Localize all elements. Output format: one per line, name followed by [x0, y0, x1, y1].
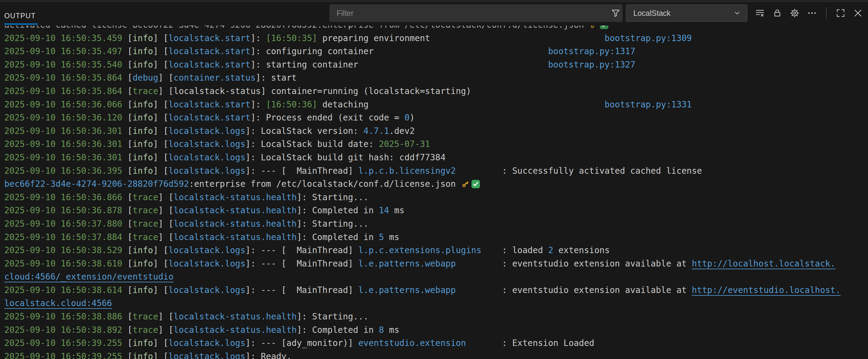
log-text: ] [ [153, 245, 168, 255]
log-line: 2025-09-10 16:50:35.540 [info] [localsta… [4, 58, 868, 71]
log-text: localstack-status.health [174, 205, 297, 216]
log-text: 2025-09-10 16:50:38.529 [4, 245, 122, 255]
log-line: 2025-09-10 16:50:36.120 [info] [localsta… [4, 111, 868, 124]
file-link[interactable]: bootstrap.py:1327 [548, 60, 636, 70]
log-text: [ [122, 73, 133, 83]
gear-icon[interactable] [788, 5, 802, 21]
log-text: [ [122, 166, 133, 176]
log-text: 2025-09-10 16:50:35.864 [4, 73, 122, 83]
log-text: 2025-09-10 16:50:38.886 [4, 312, 122, 322]
log-text: ]: start [256, 73, 297, 83]
log-line: 2025-09-10 16:50:36.066 [info] [localsta… [4, 98, 868, 111]
log-text: ]: --- [ MainThread] [245, 245, 358, 255]
log-text: ]: configuring container [250, 46, 374, 56]
log-line: 2025-09-10 16:50:36.395 [info] [localsta… [4, 164, 868, 178]
log-text: 2025-09-10 16:50:39.255 [4, 351, 122, 359]
log-text: .dev2 [389, 126, 414, 136]
log-text: localstack.start [168, 60, 250, 70]
log-text: localstack.start [168, 112, 250, 123]
log-text: 2025-09-10 16:50:37.880 [4, 219, 122, 229]
url-link[interactable]: cloud:4566/_extension/eventstudio [4, 272, 174, 282]
lock-icon[interactable] [770, 5, 784, 21]
log-text: localstack.logs [168, 285, 245, 295]
log-text: 2025-09-10 16:50:35.497 [4, 46, 122, 56]
log-text: ]: --- [ady_monitor)] [245, 338, 358, 348]
log-text: localstack-status.health [174, 219, 297, 229]
log-text: info [132, 285, 153, 295]
output-channel-select[interactable]: LocalStack [626, 4, 747, 22]
log-text: [ [122, 325, 133, 335]
log-text: trace [132, 312, 158, 322]
log-text: ] [ [153, 46, 168, 56]
log-text: ] [ [153, 166, 168, 176]
output-channel-value: LocalStack [633, 9, 671, 18]
filter-icon[interactable] [609, 5, 623, 21]
log-text: ]: Starting... [297, 192, 369, 202]
log-text: eventstudio.extension [358, 338, 466, 348]
log-text: localstack.start [168, 46, 250, 56]
log-text: localstack-status.health [174, 232, 297, 242]
pad [430, 33, 604, 43]
log-text: bec66f22-3d4e-4274-9206-28820f76d592 [4, 179, 189, 189]
log-line: 2025-09-10 16:50:35.864 [trace] [localst… [4, 85, 868, 98]
pad [456, 285, 502, 295]
filter-input[interactable] [329, 9, 609, 18]
log-text: localstack-status.health [174, 312, 297, 322]
close-panel-icon[interactable] [851, 5, 865, 21]
log-text: preparing environment [317, 33, 430, 43]
log-text: ] [ [158, 232, 174, 242]
log-text: : Successfully activated cached license [502, 166, 702, 176]
pad [466, 338, 502, 348]
log-text: ]: Starting... [297, 219, 369, 229]
log-text: [ [122, 46, 133, 56]
output-log: activated cached license bec66f22-3d4e-4… [0, 26, 868, 359]
log-text: info [132, 126, 153, 136]
log-text: info [132, 46, 153, 56]
more-actions-icon[interactable] [805, 5, 819, 21]
log-text: localstack.logs [168, 351, 245, 359]
log-text: 2025-09-10 16:50:35.540 [4, 60, 122, 70]
log-line: cloud:4566/_extension/eventstudio [4, 270, 868, 284]
url-link[interactable]: http://localhost.localstack. [692, 259, 835, 269]
log-text: l.e.patterns.webapp [358, 285, 456, 295]
log-text: [ [122, 60, 133, 70]
file-link[interactable]: bootstrap.py:1317 [548, 46, 636, 56]
log-text: : eventstudio extension available at [502, 285, 692, 295]
log-text: localstack.logs [168, 153, 245, 162]
log-text: ] [ [153, 259, 168, 269]
clear-output-icon[interactable] [753, 5, 767, 21]
log-text: detaching [317, 99, 369, 109]
log-text: ]: [250, 99, 266, 109]
file-link[interactable]: bootstrap.py:1309 [604, 33, 692, 43]
maximize-panel-icon[interactable] [834, 5, 847, 21]
log-line: 2025-09-10 16:50:38.614 [info] [localsta… [4, 284, 868, 297]
log-text: [ [122, 259, 133, 269]
log-line: 2025-09-10 16:50:38.892 [trace] [localst… [4, 323, 868, 337]
log-text: localstack.logs [168, 245, 245, 255]
log-text: trace [132, 219, 158, 229]
log-text: [ [122, 33, 133, 43]
log-text: localstack.start [168, 99, 250, 109]
log-text: [ [122, 312, 133, 322]
log-text: 2025-09-10 16:50:37.884 [4, 232, 122, 242]
pad [456, 166, 502, 176]
url-link[interactable]: localstack.cloud:4566 [4, 298, 112, 308]
log-text: trace [132, 86, 158, 96]
tab-output[interactable]: OUTPUT [4, 11, 38, 25]
pad [369, 99, 604, 109]
file-link[interactable]: bootstrap.py:1331 [604, 99, 692, 109]
log-text: ]: Completed in [297, 325, 379, 335]
log-text: ] [ [158, 325, 174, 335]
log-text: [ [122, 245, 133, 255]
url-link[interactable]: http://eventstudio.localhost. [692, 285, 841, 295]
actions-divider [826, 7, 827, 19]
log-text: 2025-09-10 16:50:36.301 [4, 139, 122, 149]
log-text: 2025-09-10 16:50:39.255 [4, 338, 122, 348]
log-text: info [132, 166, 153, 176]
log-text: 2025-09-10 16:50:38.614 [4, 285, 122, 295]
log-text: 2025-09-10 16:50:36.066 [4, 99, 122, 109]
log-text: ] [ [153, 351, 168, 359]
log-line: 2025-09-10 16:50:39.255 [info] [localsta… [4, 350, 868, 359]
log-text: ]: [250, 33, 266, 43]
log-text: localstack.logs [168, 139, 245, 149]
